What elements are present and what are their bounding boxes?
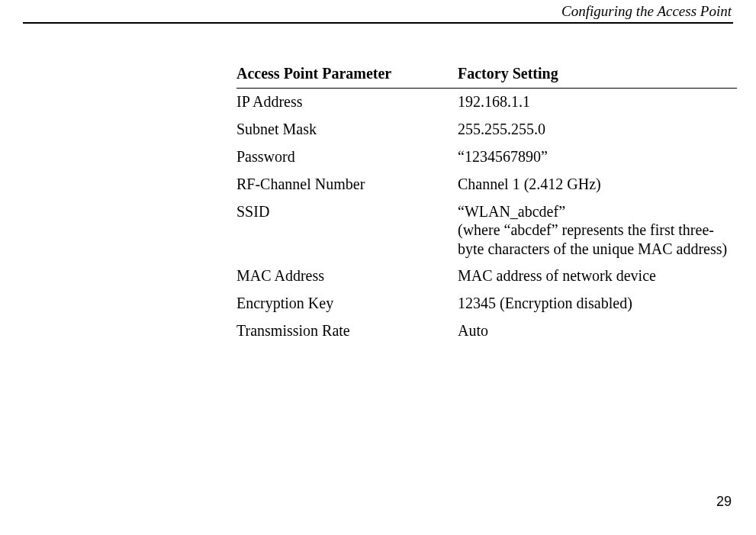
cell-setting: 12345 (Encryption disabled) xyxy=(458,294,737,313)
cell-setting: MAC address of network device xyxy=(458,266,737,285)
cell-parameter: Subnet Mask xyxy=(236,120,458,139)
table-row: RF-Channel Number Channel 1 (2.412 GHz) xyxy=(236,171,737,198)
cell-setting: 192.168.1.1 xyxy=(458,92,737,111)
cell-parameter: MAC Address xyxy=(236,266,458,285)
table-row: MAC Address MAC address of network devic… xyxy=(236,263,737,290)
cell-parameter: Password xyxy=(236,147,458,166)
table-row: SSID “WLAN_abcdef”(where “abcdef” repres… xyxy=(236,198,737,263)
cell-parameter: SSID xyxy=(236,202,458,258)
table-row: Subnet Mask 255.255.255.0 xyxy=(236,116,737,143)
header-rule xyxy=(23,22,733,24)
cell-setting: “WLAN_abcdef”(where “abcdef” represents … xyxy=(458,202,737,258)
table-row: IP Address 192.168.1.1 xyxy=(236,89,737,116)
column-header-setting: Factory Setting xyxy=(458,64,737,83)
table-row: Password “1234567890” xyxy=(236,143,737,171)
column-header-parameter: Access Point Parameter xyxy=(236,64,458,83)
page-number: 29 xyxy=(716,494,732,510)
cell-parameter: RF-Channel Number xyxy=(236,175,458,194)
cell-setting: “1234567890” xyxy=(458,147,737,166)
running-head: Configuring the Access Point xyxy=(23,0,733,20)
table-header-row: Access Point Parameter Factory Setting xyxy=(236,64,737,89)
content-area: Access Point Parameter Factory Setting I… xyxy=(236,64,737,345)
table-row: Encryption Key 12345 (Encryption disable… xyxy=(236,290,737,317)
page: Configuring the Access Point Access Poin… xyxy=(0,0,756,535)
cell-setting: 255.255.255.0 xyxy=(458,120,737,139)
cell-parameter: Encryption Key xyxy=(236,294,458,313)
cell-parameter: Transmission Rate xyxy=(236,321,458,340)
cell-parameter: IP Address xyxy=(236,92,458,111)
cell-setting: Channel 1 (2.412 GHz) xyxy=(458,175,737,194)
factory-settings-table: Access Point Parameter Factory Setting I… xyxy=(236,64,737,345)
cell-setting: Auto xyxy=(458,321,737,340)
table-row: Transmission Rate Auto xyxy=(236,317,737,345)
